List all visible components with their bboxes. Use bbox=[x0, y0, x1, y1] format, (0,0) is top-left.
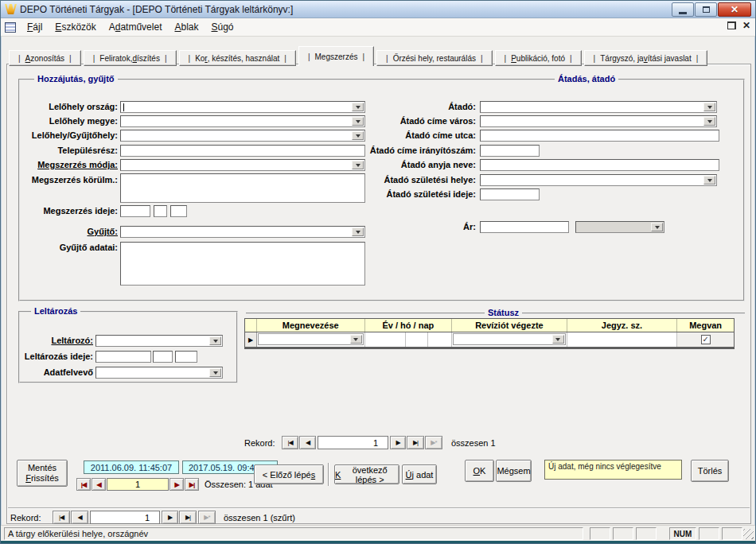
grid-cell-megnevezese[interactable] bbox=[257, 332, 365, 347]
menu-adatmuvelet[interactable]: Adatművelet bbox=[103, 20, 169, 34]
megszerzes-korulm-textarea[interactable] bbox=[120, 173, 365, 203]
grid-cell-nap[interactable] bbox=[428, 332, 452, 347]
megszerzes-ideje-ev-input[interactable] bbox=[120, 205, 150, 217]
label-lelohely-orszag: Lelőhely ország: bbox=[20, 101, 118, 113]
grid-nav-prev-button[interactable]: ◀ bbox=[299, 436, 316, 449]
previous-step-button[interactable]: < Előző lépés bbox=[254, 464, 324, 484]
form-nav-last-button[interactable]: ▶| bbox=[185, 478, 199, 491]
lelohely-megye-combobox[interactable] bbox=[120, 115, 365, 127]
grid-nav-first-button[interactable]: |◀ bbox=[282, 436, 298, 449]
form-icon[interactable] bbox=[5, 22, 16, 33]
atado-szuletesi-ideje-input[interactable] bbox=[480, 188, 540, 200]
gyujto-adatai-textarea[interactable] bbox=[120, 242, 365, 286]
maximize-button[interactable] bbox=[695, 2, 717, 17]
next-step-button[interactable]: Következő lépés > bbox=[334, 464, 399, 484]
record-bar-new-button[interactable]: ▶* bbox=[198, 511, 216, 524]
dropdown-arrow-icon[interactable] bbox=[703, 117, 715, 126]
lelohely-orszag-combobox[interactable] bbox=[120, 101, 365, 113]
group-title-leltarozas: Leltározás bbox=[31, 306, 80, 316]
ok-button[interactable]: OK bbox=[465, 460, 494, 482]
atado-combobox[interactable] bbox=[480, 101, 717, 113]
group-title-statusz: Státusz bbox=[485, 308, 522, 317]
atado-cime-varos-combobox[interactable] bbox=[480, 115, 717, 127]
menu-ablak[interactable]: Ablak bbox=[168, 20, 205, 34]
megszerzes-ideje-nap-input[interactable] bbox=[170, 205, 187, 217]
grid-cell-jegyz-sz[interactable] bbox=[567, 332, 678, 347]
leltarozo-combobox[interactable] bbox=[95, 335, 223, 347]
record-bar-next-button[interactable]: ▶ bbox=[162, 511, 178, 524]
record-bar-record-input[interactable]: 1 bbox=[90, 511, 160, 524]
label-megszerzes-modja[interactable]: Megszerzés módja: bbox=[20, 159, 118, 171]
status-panel-2 bbox=[613, 527, 633, 540]
record-bar-prev-button[interactable]: ◀ bbox=[71, 511, 88, 524]
reviziot-vegezte-cell-combobox[interactable] bbox=[453, 333, 566, 345]
atado-cime-iranyitoszam-input[interactable] bbox=[480, 145, 540, 157]
label-atado-cime-utca: Átadó címe utca: bbox=[351, 130, 476, 142]
tab-azonositas[interactable]: Azonosítás bbox=[9, 50, 81, 66]
dropdown-arrow-icon[interactable] bbox=[209, 368, 221, 377]
tab-megszerzes[interactable]: Megszerzés bbox=[298, 46, 374, 66]
dropdown-arrow-icon[interactable] bbox=[552, 335, 564, 344]
grid-nav-last-button[interactable]: ▶| bbox=[407, 436, 424, 449]
grid-cell-reviziot-vegezte[interactable] bbox=[452, 332, 567, 347]
cancel-button[interactable]: Mégsem bbox=[496, 460, 532, 482]
ar-input[interactable] bbox=[480, 221, 569, 233]
tab-publikacio-foto[interactable]: Publikáció, fotó bbox=[495, 50, 582, 66]
dropdown-arrow-icon[interactable] bbox=[703, 176, 715, 185]
row-selector-icon[interactable]: ▶ bbox=[245, 332, 257, 347]
label-gyujto[interactable]: Gyűjtő: bbox=[20, 226, 118, 238]
leltarozas-ideje-ho-input[interactable] bbox=[153, 351, 173, 363]
text-caret bbox=[123, 103, 124, 111]
minimize-button[interactable] bbox=[672, 2, 694, 17]
tab-orzesi-hely-restauralas[interactable]: Őrzési hely, restaurálás bbox=[376, 50, 493, 66]
form-nav-next-button[interactable]: ▶ bbox=[170, 478, 184, 491]
dropdown-arrow-icon[interactable] bbox=[209, 336, 221, 345]
grid-cell-ho[interactable] bbox=[406, 332, 428, 347]
leltarozas-ideje-nap-input[interactable] bbox=[175, 351, 197, 363]
new-data-button[interactable]: Új adat bbox=[402, 464, 437, 484]
ar-penznem-combobox[interactable] bbox=[575, 221, 664, 233]
grid-header-reviziot-vegezte: Revíziót végezte bbox=[452, 319, 567, 332]
grid-nav-new-button[interactable]: ▶* bbox=[425, 436, 442, 449]
grid-data-row: ▶ ✓ bbox=[245, 332, 734, 348]
record-bar-first-button[interactable]: |◀ bbox=[53, 511, 70, 524]
atado-szuletesi-helye-combobox[interactable] bbox=[480, 174, 717, 186]
megvan-checkbox[interactable]: ✓ bbox=[701, 335, 711, 344]
lelohely-gyujtohely-combobox[interactable] bbox=[120, 130, 365, 142]
tab-feliratok-diszites[interactable]: Feliratok, díszítés bbox=[84, 50, 177, 66]
menu-eszkozok[interactable]: Eszközök bbox=[49, 20, 102, 34]
record-bar-total: összesen 1 (szűrt) bbox=[224, 513, 295, 523]
dropdown-arrow-icon[interactable] bbox=[703, 103, 715, 111]
megszerzes-ideje-ho-input[interactable] bbox=[154, 205, 167, 217]
dropdown-arrow-icon[interactable] bbox=[651, 223, 663, 231]
atado-anyja-neve-input[interactable] bbox=[480, 159, 719, 171]
label-leltarozo[interactable]: Leltározó: bbox=[14, 335, 93, 347]
delete-button[interactable]: Törlés bbox=[691, 460, 729, 482]
leltarozas-ideje-ev-input[interactable] bbox=[95, 351, 151, 363]
mdi-close-icon[interactable]: ✕ bbox=[742, 21, 750, 30]
tab-kor-keszites-hasznalat[interactable]: Kor, készítés, használat bbox=[179, 50, 296, 66]
save-button-line1: Mentés bbox=[28, 463, 57, 473]
adatfelvevo-combobox[interactable] bbox=[95, 367, 223, 379]
record-bar-last-button[interactable]: ▶| bbox=[179, 511, 197, 524]
close-button[interactable]: ✕ bbox=[718, 2, 751, 17]
gyujto-combobox[interactable] bbox=[120, 226, 365, 238]
grid-nav-next-button[interactable]: ▶ bbox=[390, 436, 406, 449]
megnevezese-cell-combobox[interactable] bbox=[258, 333, 364, 345]
form-nav-prev-button[interactable]: ◀ bbox=[92, 478, 106, 491]
resize-grip[interactable] bbox=[743, 529, 754, 539]
form-nav-record-input[interactable]: 1 bbox=[107, 478, 169, 491]
megszerzes-modja-combobox[interactable] bbox=[120, 159, 365, 171]
tab-targyszo-javitasi-javaslat[interactable]: Tárgyszó, javítási javaslat bbox=[584, 50, 708, 66]
telepulesresz-input[interactable] bbox=[120, 145, 365, 157]
menu-sugo[interactable]: Súgó bbox=[205, 20, 240, 34]
mdi-restore-icon[interactable] bbox=[727, 21, 736, 29]
grid-cell-ev[interactable] bbox=[365, 332, 407, 347]
menu-fajl[interactable]: Fájl bbox=[21, 20, 49, 34]
grid-nav-record-input[interactable]: 1 bbox=[318, 436, 388, 449]
atado-cime-utca-input[interactable] bbox=[480, 130, 719, 142]
dropdown-arrow-icon[interactable] bbox=[350, 335, 362, 344]
form-nav-first-button[interactable]: |◀ bbox=[76, 478, 91, 491]
window-title: DEPO Történeti Tárgyak - [DEPO Történeti… bbox=[20, 4, 293, 15]
save-refresh-button[interactable]: Mentés Frissítés bbox=[17, 460, 68, 487]
